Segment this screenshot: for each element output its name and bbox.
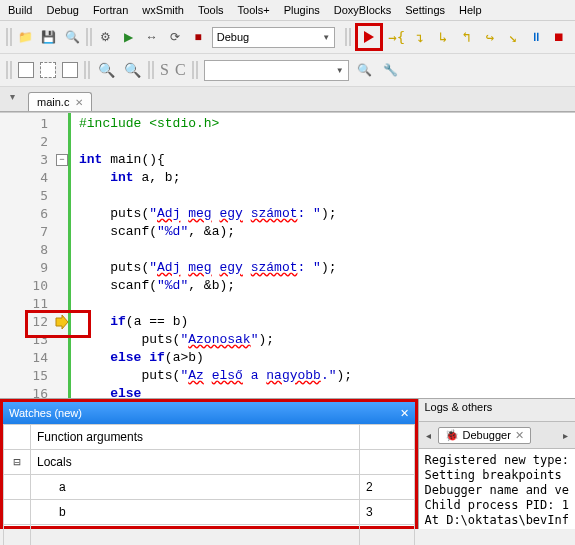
line-number: 16 [20, 385, 48, 403]
watches-row[interactable]: a2 [4, 475, 415, 500]
select-icon[interactable] [18, 62, 34, 78]
chevron-down-icon: ▼ [336, 66, 344, 75]
toolbar-grip [345, 28, 351, 46]
settings-wrench-icon[interactable]: 🔧 [381, 60, 401, 80]
source-format-icon[interactable]: S [160, 61, 169, 79]
toolbar-grip [84, 61, 90, 79]
run-debug-button[interactable] [359, 27, 379, 47]
menu-settings[interactable]: Settings [405, 4, 445, 16]
code-line[interactable]: else [79, 385, 141, 403]
comment-format-icon[interactable]: C [175, 61, 186, 79]
code-line[interactable]: int main(){ [79, 151, 165, 169]
watch-name: b [31, 500, 360, 525]
code-line[interactable]: puts("Az első a nagyobb."); [79, 367, 352, 385]
line-number: 10 [20, 277, 48, 295]
tab-debugger[interactable]: 🐞 Debugger ✕ [438, 427, 531, 444]
magnifier-icon[interactable]: 🔍 [62, 27, 81, 47]
folder-icon[interactable]: 📁 [16, 27, 35, 47]
watch-value: 3 [360, 500, 414, 525]
step-out-icon[interactable]: ↰ [457, 27, 476, 47]
code-line[interactable]: if(a == b) [79, 313, 188, 331]
toolbar-grip [6, 28, 12, 46]
toolbar-grip [148, 61, 154, 79]
build-target-combo[interactable]: Debug ▼ [212, 27, 335, 48]
play-icon[interactable]: ▶ [119, 27, 138, 47]
line-number: 3 [20, 151, 48, 169]
tree-toggle-icon[interactable]: ⊟ [4, 450, 31, 475]
watches-row[interactable] [4, 525, 415, 546]
toolbar-grip [86, 28, 92, 46]
editor-gutter: 123−45678910111213141516 [0, 113, 71, 398]
watch-value [360, 425, 414, 450]
gear-icon[interactable]: ⚙ [96, 27, 115, 47]
watches-title: Watches (new) [9, 407, 82, 419]
save-icon[interactable]: 💾 [39, 27, 58, 47]
run-to-cursor-icon[interactable]: →{ [387, 27, 406, 47]
code-line[interactable]: puts("Azonosak"); [79, 331, 274, 349]
close-icon[interactable]: ✕ [400, 407, 409, 420]
close-icon[interactable]: ✕ [75, 97, 83, 108]
break-icon[interactable]: ⏸ [526, 27, 545, 47]
search-combo[interactable]: ▼ [204, 60, 349, 81]
menu-tools+[interactable]: Tools+ [238, 4, 270, 16]
code-line[interactable]: puts("Adj meg egy számot: "); [79, 205, 337, 223]
code-editor[interactable]: 123−45678910111213141516 #include <stdio… [0, 112, 575, 398]
run-debug-button-highlight [355, 23, 383, 51]
code-line[interactable]: puts("Adj meg egy számot: "); [79, 259, 337, 277]
line-number: 14 [20, 349, 48, 367]
menu-wxsmith[interactable]: wxSmith [142, 4, 184, 16]
tab-scroll-right-icon[interactable]: ▸ [560, 430, 571, 441]
stop-debug-icon[interactable]: ⏹ [550, 27, 569, 47]
menu-help[interactable]: Help [459, 4, 482, 16]
code-area[interactable]: #include <stdio.h>int main(){ int a, b; … [71, 113, 575, 398]
line-number: 9 [20, 259, 48, 277]
line-number: 6 [20, 205, 48, 223]
select-icon-2[interactable] [62, 62, 78, 78]
find-icon[interactable]: 🔍 [355, 60, 375, 80]
step-into-icon[interactable]: ↳ [434, 27, 453, 47]
watches-table[interactable]: Function arguments⊟Localsa2b3 [3, 424, 415, 545]
logs-title: Logs & others [419, 399, 576, 422]
tab-main-c[interactable]: main.c ✕ [28, 92, 92, 111]
code-line[interactable]: scanf("%d", &a); [79, 223, 235, 241]
watches-row[interactable]: Function arguments [4, 425, 415, 450]
select-dashed-icon[interactable] [40, 62, 56, 78]
abort-icon[interactable]: ■ [189, 27, 208, 47]
menu-doxyblocks[interactable]: DoxyBlocks [334, 4, 391, 16]
menu-build[interactable]: Build [8, 4, 32, 16]
menu-plugins[interactable]: Plugins [284, 4, 320, 16]
zoom-out-icon[interactable]: 🔍 [96, 60, 116, 80]
build-target-value: Debug [217, 31, 249, 43]
next-instruction-icon[interactable]: ↪ [480, 27, 499, 47]
code-line[interactable]: else if(a>b) [79, 349, 204, 367]
line-number: 7 [20, 223, 48, 241]
close-icon[interactable]: ✕ [515, 429, 524, 442]
tree-toggle-icon [4, 425, 31, 450]
watches-row[interactable]: b3 [4, 500, 415, 525]
watch-value: 2 [360, 475, 414, 500]
watch-value [360, 525, 414, 546]
tab-scroll-left-icon[interactable]: ◂ [423, 430, 434, 441]
watch-name: Locals [31, 450, 360, 475]
watches-panel-highlight: Watches (new) ✕ Function arguments⊟Local… [0, 399, 418, 529]
step-into-instruction-icon[interactable]: ↘ [503, 27, 522, 47]
rebuild-icon[interactable]: ⟳ [165, 27, 184, 47]
next-line-icon[interactable]: ↴ [410, 27, 429, 47]
watch-value [360, 450, 414, 475]
line-number: 4 [20, 169, 48, 187]
menu-tools[interactable]: Tools [198, 4, 224, 16]
menu-debug[interactable]: Debug [46, 4, 78, 16]
code-line[interactable]: scanf("%d", &b); [79, 277, 235, 295]
tab-list-icon[interactable]: ▾ [4, 91, 20, 107]
line-number: 15 [20, 367, 48, 385]
menubar: BuildDebugFortranwxSmithToolsTools+Plugi… [0, 0, 575, 21]
menu-fortran[interactable]: Fortran [93, 4, 128, 16]
watches-titlebar: Watches (new) ✕ [3, 402, 415, 424]
bug-icon: 🐞 [445, 429, 459, 442]
watches-row[interactable]: ⊟Locals [4, 450, 415, 475]
fold-toggle-icon[interactable]: − [56, 154, 68, 166]
build-run-icon[interactable]: ↔ [142, 27, 161, 47]
code-line[interactable]: int a, b; [79, 169, 180, 187]
code-line[interactable]: #include <stdio.h> [79, 115, 219, 133]
zoom-in-icon[interactable]: 🔍 [122, 60, 142, 80]
